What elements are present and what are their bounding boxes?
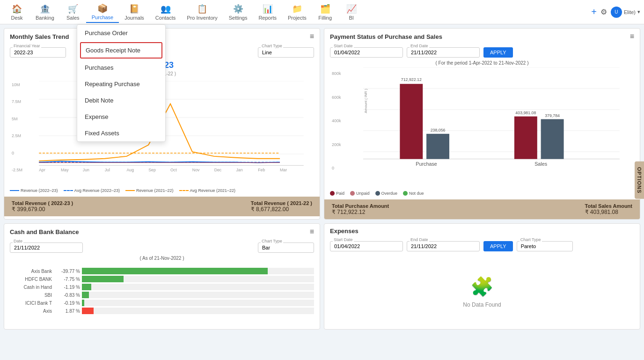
bank-bar-hdfc (82, 276, 124, 282)
expenses-end-date-input[interactable] (407, 241, 480, 251)
expenses-end-date-wrap: End Date (407, 241, 480, 251)
svg-text:Jul: Jul (105, 168, 110, 172)
bank-chart-area: Axis Bank -39.77 % HDFC BANK -7.75 % Cas… (4, 263, 320, 328)
svg-text:Jun: Jun (83, 168, 89, 172)
y-label-25m: 2.5M (12, 133, 22, 138)
payment-apply-button[interactable]: APPLY (483, 47, 513, 58)
nav-reports[interactable]: 📊 Reports (253, 2, 282, 22)
expenses-apply-button[interactable]: APPLY (483, 241, 513, 251)
expenses-title: Expenses (330, 228, 359, 235)
expenses-controls: Start Date End Date APPLY Chart Type Par… (324, 238, 640, 254)
no-data-text: No Data Found (463, 301, 501, 308)
nav-journals[interactable]: 📔 Journals (119, 2, 150, 22)
dropdown-goods-receipt-note[interactable]: Goods Receipt Note (80, 42, 162, 59)
cash-bank-date-label: Date (13, 239, 23, 243)
contacts-icon: 👥 (161, 4, 171, 14)
payment-period-note: ( For the period 1-Apr-2022 to 21-Nov-20… (324, 60, 640, 66)
line-chart-svg: Apr May Jun Jul Aug Sep Oct Nov Dec Jan … (19, 81, 320, 172)
nav-sales[interactable]: 🛒 Sales (60, 2, 86, 22)
payment-stats-bar: Total Purchase Amount ₹ 712,922.12 Total… (324, 199, 640, 219)
gear-icon[interactable]: ⚙ (600, 7, 607, 16)
legend-revenue-2223: Revenue (2022–23) (10, 188, 58, 193)
legend-dot-overdue (375, 191, 380, 196)
nav-pro-inventory[interactable]: 📋 Pro Inventory (181, 2, 223, 22)
user-menu[interactable]: U Elite) ▾ (611, 7, 640, 18)
total-sales-amount: Total Sales Amount ₹ 403,981.08 (585, 203, 632, 215)
payment-status-controls: Start Date End Date APPLY (324, 44, 640, 60)
bank-bar-wrap-icici (82, 300, 314, 306)
payment-status-header: Payment Status of Purchase and Sales ≡ (324, 29, 640, 44)
dropdown-expense[interactable]: Expense (77, 109, 165, 125)
bank-bar-axis (82, 268, 268, 274)
svg-text:Oct: Oct (170, 168, 177, 172)
chart-type-label: Chart Type (261, 44, 283, 48)
total-revenue-2122: Total Revenue ( 2021-22 ) ₹ 8,677,822.00 (251, 200, 312, 213)
legend-avg-2122: Avg Revenue (2021–22) (179, 188, 235, 193)
user-dropdown-chevron[interactable]: ▾ (637, 9, 640, 15)
legend-line-revenue2223 (10, 190, 19, 191)
payment-end-date-input[interactable] (407, 47, 480, 58)
svg-text:May: May (61, 168, 69, 172)
pay-y-200k: 200k (332, 142, 341, 147)
dropdown-purchases[interactable]: Purchases (77, 59, 165, 76)
add-button[interactable]: + (591, 7, 597, 17)
dropdown-fixed-assets[interactable]: Fixed Assets (77, 125, 165, 141)
svg-text:Purchase: Purchase (416, 161, 437, 167)
svg-text:Dec: Dec (214, 168, 222, 172)
expenses-start-date-input[interactable] (330, 241, 403, 251)
dropdown-repeating-purchase[interactable]: Repeating Purchase (77, 76, 165, 92)
expenses-chart-type-select[interactable]: Pareto (517, 241, 573, 251)
no-data-icon: 🧩 (470, 276, 494, 298)
nav-contacts[interactable]: 👥 Contacts (150, 2, 181, 22)
legend-dot-unpaid (350, 191, 355, 196)
purchase-dropdown: Purchase Order Goods Receipt Note Purcha… (77, 24, 166, 142)
pay-y-600k: 600k (332, 95, 341, 100)
chart-type-wrap: Chart Type Line (258, 47, 314, 58)
monthly-sales-menu-icon[interactable]: ≡ (310, 32, 314, 41)
nav-filling[interactable]: 🗂️ Filling (312, 2, 338, 22)
nav-purchase[interactable]: 📦 Purchase (86, 1, 119, 23)
monthly-stats-bar: Total Revenue ( 2022-23 ) ₹ 399,679.00 T… (4, 197, 320, 216)
payment-status-menu-icon[interactable]: ≡ (630, 32, 634, 41)
options-tab[interactable]: OPTIONS (635, 161, 644, 199)
chart-type-select[interactable]: Line (258, 47, 314, 58)
nav-banking[interactable]: 🏦 Banking (30, 2, 60, 22)
legend-overdue: Overdue (375, 191, 398, 196)
svg-text:Sales: Sales (534, 161, 547, 167)
legend-dot-notdue (403, 191, 408, 196)
bank-bar-icici (82, 300, 84, 306)
payment-status-title: Payment Status of Purchase and Sales (330, 33, 442, 40)
expenses-card: Expenses Start Date End Date APPLY Chart… (324, 223, 640, 330)
dropdown-debit-note[interactable]: Debit Note (77, 92, 165, 109)
bank-bar-wrap-cash (82, 284, 314, 290)
dropdown-purchase-order[interactable]: Purchase Order (77, 25, 165, 41)
cash-bank-chart-type-label: Chart Type (261, 239, 283, 243)
purchase-unpaid-bar (426, 134, 449, 159)
nav-projects[interactable]: 📁 Projects (282, 2, 312, 22)
cash-bank-chart-type-select[interactable]: Bar (258, 242, 314, 253)
payment-start-date-input[interactable] (330, 47, 403, 58)
y-label-75m: 7.5M (12, 99, 22, 104)
cash-bank-date-input[interactable] (10, 242, 83, 253)
nav-bi[interactable]: 📈 BI (338, 2, 365, 22)
svg-text:403,981.08: 403,981.08 (515, 110, 536, 115)
cash-bank-date-wrap: Date (10, 242, 83, 253)
legend-dot-paid (330, 191, 335, 196)
expenses-header: Expenses (324, 224, 640, 238)
y-label-neg25m: -2.5M (12, 168, 22, 172)
financial-year-select[interactable]: 2022-23 (10, 47, 66, 58)
total-purchase-amount: Total Purchase Amount ₹ 712,922.12 (332, 203, 389, 215)
cash-bank-menu-icon[interactable]: ≡ (310, 228, 314, 236)
nav-settings[interactable]: ⚙️ Settings (223, 2, 253, 22)
nav-desk[interactable]: 🏠 Desk (4, 2, 30, 22)
user-avatar: U (611, 7, 622, 18)
svg-text:Jan: Jan (236, 168, 242, 172)
purchase-icon: 📦 (97, 3, 108, 14)
bank-bar-wrap-axis2 (82, 308, 314, 314)
bank-bar-wrap-axis (82, 268, 314, 274)
bank-row-hdfc: HDFC BANK -7.75 % (10, 276, 314, 282)
payment-status-card: Payment Status of Purchase and Sales ≡ S… (324, 28, 640, 220)
bank-row-icici: ICICI Bank T -0.19 % (10, 300, 314, 306)
desk-icon: 🏠 (12, 4, 22, 14)
filling-icon: 🗂️ (320, 4, 330, 14)
